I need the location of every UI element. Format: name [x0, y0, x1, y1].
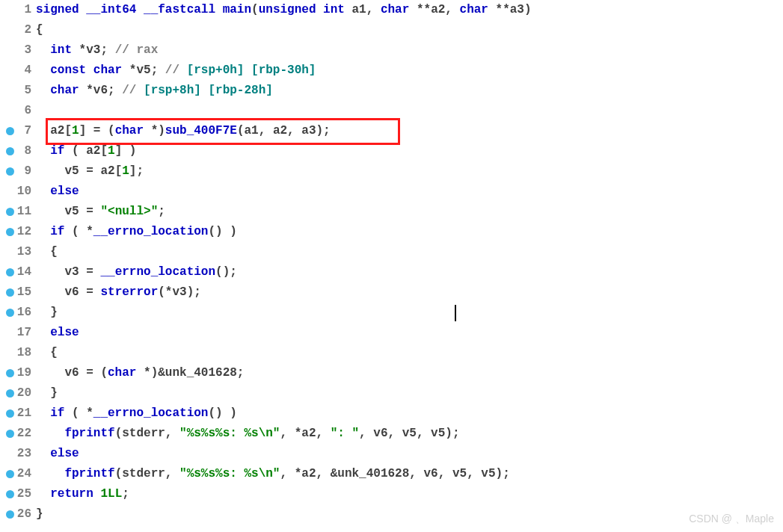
- code-line[interactable]: signed __int64 __fastcall main(unsigned …: [36, 0, 783, 20]
- token-var: v5: [402, 427, 417, 440]
- token-var: a2: [301, 467, 316, 480]
- code-line[interactable]: else: [36, 444, 783, 464]
- token-op: );: [187, 285, 201, 299]
- token-txt: [36, 346, 50, 359]
- code-line[interactable]: fprintf(stderr, "%s%s%s: %s\n", *a2, &un…: [36, 464, 783, 484]
- token-txt: [36, 406, 50, 420]
- token-var: v6: [424, 467, 438, 480]
- token-op: *: [79, 84, 93, 97]
- token-op: ;: [151, 64, 165, 77]
- code-line[interactable]: v3 = __errno_location();: [36, 262, 783, 282]
- token-txt: [36, 104, 43, 117]
- token-op: (: [64, 144, 86, 158]
- code-line[interactable]: {: [36, 20, 783, 40]
- token-var: a2: [431, 3, 445, 16]
- token-op: [: [64, 124, 72, 137]
- token-txt: [36, 306, 50, 319]
- code-line[interactable]: char *v6; // [rsp+8h] [rbp-28h]: [36, 81, 783, 101]
- line-number: 6: [0, 101, 31, 121]
- token-op: ;: [122, 487, 129, 501]
- token-var: a2: [273, 124, 287, 137]
- token-txt: [36, 144, 50, 158]
- token-str: "<null>": [100, 205, 158, 218]
- token-op: );: [316, 124, 331, 137]
- token-kw: char: [115, 124, 144, 137]
- code-line[interactable]: v6 = strerror(*v3);: [36, 282, 783, 303]
- token-var: v6: [64, 285, 79, 299]
- token-op: ();: [215, 265, 237, 279]
- code-line[interactable]: int *v3; // rax: [36, 40, 783, 61]
- code-line[interactable]: }: [36, 303, 783, 323]
- token-var: v5: [431, 427, 445, 440]
- code-line[interactable]: if ( a2[1] ): [36, 141, 783, 161]
- token-kw: const char: [50, 64, 122, 77]
- token-op: , *: [280, 467, 301, 480]
- code-line[interactable]: v5 = "<null>";: [36, 202, 783, 222]
- token-var: v5: [64, 205, 79, 218]
- token-op: ,: [287, 124, 301, 137]
- line-number: 13: [0, 242, 31, 262]
- token-op: }: [36, 507, 43, 521]
- token-type: __fastcall: [144, 3, 223, 16]
- code-line[interactable]: v6 = (char *)&unk_401628;: [36, 363, 783, 383]
- token-op: );: [445, 427, 459, 440]
- code-line[interactable]: else: [36, 323, 783, 343]
- token-txt: [36, 84, 50, 97]
- token-op: *: [72, 43, 86, 57]
- token-kw: if: [50, 225, 64, 238]
- code-line[interactable]: if ( *__errno_location() ): [36, 403, 783, 424]
- line-number: 23: [0, 444, 31, 464]
- token-txt: [36, 225, 50, 238]
- token-func: main: [223, 3, 251, 16]
- token-op: ,: [165, 427, 179, 440]
- line-number-gutter: 1234567891011121314151617181920212223242…: [0, 0, 36, 525]
- line-number: 5: [0, 81, 31, 101]
- token-str: "%s%s%s: %s\n": [179, 427, 280, 440]
- watermark-text: CSDN @ 、Maple: [689, 513, 774, 526]
- token-op: ,: [438, 467, 452, 480]
- token-var: a2: [86, 144, 100, 158]
- token-func: fprintf: [64, 427, 114, 440]
- token-str: ": ": [331, 427, 359, 440]
- token-op: , *: [280, 427, 301, 440]
- token-op: =: [79, 285, 101, 299]
- line-number: 7: [0, 121, 31, 141]
- line-number: 16: [0, 303, 31, 323]
- code-line[interactable]: v5 = a2[1];: [36, 161, 783, 182]
- token-op: *: [122, 64, 136, 77]
- code-line[interactable]: return 1LL;: [36, 484, 783, 504]
- token-comment2: [rsp+0h] [rbp-30h]: [187, 64, 316, 77]
- code-line[interactable]: {: [36, 242, 783, 262]
- token-op: ,: [165, 467, 179, 480]
- code-line[interactable]: if ( *__errno_location() ): [36, 222, 783, 242]
- line-number: 10: [0, 182, 31, 202]
- token-var: v3: [172, 285, 186, 299]
- token-num: 1LL: [100, 487, 122, 501]
- token-var: v6: [64, 366, 79, 380]
- token-op: ;: [237, 366, 245, 380]
- line-number: 21: [0, 403, 31, 424]
- code-line[interactable]: else: [36, 182, 783, 202]
- token-txt: [36, 245, 50, 259]
- code-line[interactable]: [36, 101, 783, 121]
- token-kw: signed: [36, 3, 86, 16]
- code-line[interactable]: {: [36, 343, 783, 363]
- code-line[interactable]: a2[1] = (char *)sub_400F7E(a1, a2, a3);: [36, 121, 783, 141]
- token-func: __errno_location: [100, 265, 215, 279]
- token-var: v3: [64, 265, 79, 279]
- token-txt: [36, 265, 64, 279]
- token-kw: else: [50, 447, 79, 460]
- line-number: 24: [0, 464, 31, 484]
- token-func: __errno_location: [93, 406, 209, 420]
- code-line[interactable]: }: [36, 383, 783, 403]
- token-op: }: [50, 386, 58, 400]
- token-var: unk_401628: [165, 366, 237, 380]
- token-kw: return: [50, 487, 93, 501]
- token-var: a2: [100, 164, 114, 178]
- code-line[interactable]: }: [36, 504, 783, 525]
- code-area[interactable]: signed __int64 __fastcall main(unsigned …: [36, 0, 783, 525]
- code-line[interactable]: fprintf(stderr, "%s%s%s: %s\n", *a2, ": …: [36, 424, 783, 444]
- code-line[interactable]: const char *v5; // [rsp+0h] [rbp-30h]: [36, 61, 783, 81]
- token-var: a2: [50, 124, 64, 137]
- token-txt: [36, 164, 64, 178]
